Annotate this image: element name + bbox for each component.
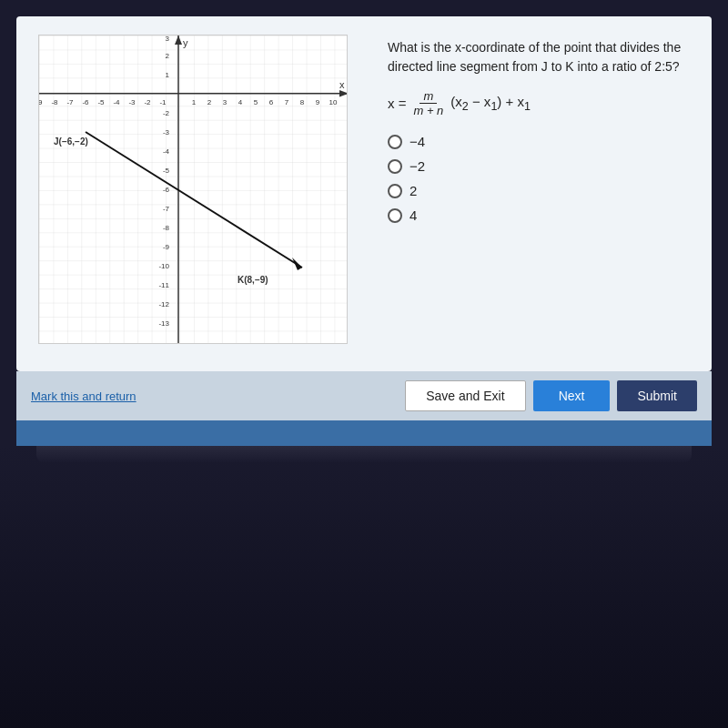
svg-text:-9: -9 — [163, 243, 170, 251]
screen: x y -1 -2 -3 -4 -5 -6 -7 -8 -9 1 2 3 — [0, 0, 728, 728]
svg-text:3: 3 — [166, 35, 170, 43]
options-list: −4 −2 2 4 — [388, 134, 690, 223]
svg-text:4: 4 — [238, 98, 243, 106]
svg-text:3: 3 — [223, 98, 228, 106]
option-label: −4 — [410, 134, 425, 149]
svg-text:J(−6,−2): J(−6,−2) — [54, 136, 88, 147]
save-exit-button[interactable]: Save and Exit — [405, 380, 525, 411]
svg-rect-0 — [39, 35, 348, 344]
svg-text:-2: -2 — [144, 98, 151, 106]
svg-text:-2: -2 — [163, 109, 170, 117]
svg-text:6: 6 — [269, 98, 274, 106]
svg-text:2: 2 — [207, 98, 212, 106]
blue-stripe — [16, 420, 712, 446]
coordinate-graph: x y -1 -2 -3 -4 -5 -6 -7 -8 -9 1 2 3 — [39, 35, 348, 344]
svg-text:-6: -6 — [82, 98, 89, 106]
option-item[interactable]: 4 — [388, 207, 690, 223]
svg-text:-8: -8 — [163, 224, 170, 232]
svg-text:8: 8 — [300, 98, 305, 106]
option-label: 2 — [410, 183, 417, 198]
option-item[interactable]: −4 — [388, 134, 690, 149]
svg-text:7: 7 — [285, 98, 289, 106]
svg-text:1: 1 — [192, 98, 197, 106]
svg-text:-5: -5 — [97, 98, 105, 106]
svg-text:-4: -4 — [163, 147, 170, 156]
svg-text:-9: -9 — [39, 98, 43, 106]
quiz-panel: x y -1 -2 -3 -4 -5 -6 -7 -8 -9 1 2 3 — [16, 16, 712, 371]
svg-text:-6: -6 — [163, 186, 170, 194]
svg-text:K(8,−9): K(8,−9) — [238, 275, 268, 285]
svg-text:-13: -13 — [158, 319, 169, 328]
svg-text:-7: -7 — [163, 205, 170, 213]
radio-button[interactable] — [388, 208, 402, 223]
formula-display: x = m m + n (x2 − x1) + x1 — [388, 89, 690, 117]
svg-text:2: 2 — [166, 52, 170, 60]
next-button[interactable]: Next — [533, 380, 611, 411]
bottom-bar: Mark this and return Save and Exit Next … — [16, 371, 712, 420]
svg-text:-12: -12 — [158, 300, 169, 308]
bottom-buttons: Save and Exit Next Submit — [405, 380, 697, 411]
question-area: What is the x-coordinate of the point th… — [388, 35, 690, 357]
svg-text:-1: -1 — [159, 98, 167, 106]
graph-container: x y -1 -2 -3 -4 -5 -6 -7 -8 -9 1 2 3 — [38, 35, 348, 344]
svg-text:-3: -3 — [163, 128, 170, 136]
svg-text:y: y — [183, 37, 188, 48]
svg-text:-7: -7 — [66, 98, 74, 106]
option-label: 4 — [410, 207, 417, 223]
svg-text:-8: -8 — [51, 98, 58, 106]
svg-text:-11: -11 — [158, 281, 169, 289]
question-text: What is the x-coordinate of the point th… — [388, 38, 690, 76]
svg-text:-4: -4 — [113, 98, 120, 106]
option-item[interactable]: 2 — [388, 183, 690, 198]
laptop-hinge — [36, 446, 692, 462]
svg-text:-5: -5 — [163, 167, 170, 175]
svg-text:1: 1 — [166, 71, 170, 79]
svg-text:10: 10 — [329, 98, 338, 106]
radio-button[interactable] — [388, 159, 402, 174]
svg-text:5: 5 — [254, 98, 258, 106]
mark-return-link[interactable]: Mark this and return — [31, 389, 136, 403]
svg-text:-3: -3 — [128, 98, 136, 106]
svg-text:x: x — [339, 79, 345, 90]
option-item[interactable]: −2 — [388, 158, 690, 174]
submit-button[interactable]: Submit — [617, 380, 697, 411]
graph-area: x y -1 -2 -3 -4 -5 -6 -7 -8 -9 1 2 3 — [38, 35, 366, 357]
option-label: −2 — [410, 158, 425, 174]
svg-text:9: 9 — [316, 98, 320, 106]
svg-text:-10: -10 — [158, 262, 169, 270]
laptop-bottom — [0, 446, 728, 728]
radio-button[interactable] — [388, 184, 402, 198]
radio-button[interactable] — [388, 135, 402, 149]
